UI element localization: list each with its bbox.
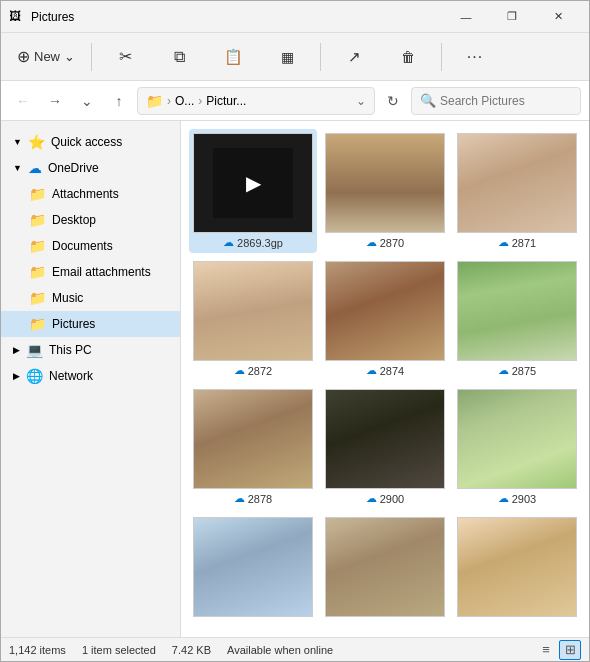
photo-item-2870[interactable]: ☁ 2870 bbox=[321, 129, 449, 253]
recent-locations-button[interactable]: ⌄ bbox=[73, 87, 101, 115]
share-icon: ↗ bbox=[348, 48, 361, 66]
photo-label-2870: ☁ 2870 bbox=[366, 236, 404, 249]
refresh-button[interactable]: ↻ bbox=[379, 87, 407, 115]
sidebar-item-onedrive[interactable]: ▼ ☁ OneDrive bbox=[1, 155, 180, 181]
address-bar: ← → ⌄ ↑ 📁 › O... › Pictur... ⌄ ↻ 🔍 bbox=[1, 81, 589, 121]
window-title: Pictures bbox=[31, 10, 443, 24]
sidebar-label-music: Music bbox=[52, 291, 83, 305]
search-box[interactable]: 🔍 bbox=[411, 87, 581, 115]
more-icon: ··· bbox=[467, 48, 483, 66]
toolbar-separator-3 bbox=[441, 43, 442, 71]
toolbar-separator-1 bbox=[91, 43, 92, 71]
photo-item-2869[interactable]: ▶ ☁ 2869.3gp bbox=[189, 129, 317, 253]
sidebar-label-documents: Documents bbox=[52, 239, 113, 253]
photo-label-2872: ☁ 2872 bbox=[234, 364, 272, 377]
new-button[interactable]: ⊕ New ⌄ bbox=[9, 37, 83, 77]
delete-button[interactable]: 🗑 bbox=[383, 37, 433, 77]
cloud-icon-2875: ☁ bbox=[498, 364, 509, 377]
new-icon: ⊕ bbox=[17, 47, 30, 66]
photo-item-p2[interactable]: ☁ bbox=[321, 513, 449, 637]
maximize-button[interactable]: ❐ bbox=[489, 1, 535, 33]
sidebar-item-music[interactable]: 📁 Music bbox=[1, 285, 180, 311]
pictures-folder-icon: 📁 bbox=[29, 316, 46, 332]
music-folder-icon: 📁 bbox=[29, 290, 46, 306]
up-button[interactable]: ↑ bbox=[105, 87, 133, 115]
search-input[interactable] bbox=[440, 94, 572, 108]
photo-item-2878[interactable]: ☁ 2878 bbox=[189, 385, 317, 509]
selected-count: 1 item selected bbox=[82, 644, 156, 656]
window-icon: 🖼 bbox=[9, 9, 25, 25]
photo-item-2875[interactable]: ☁ 2875 bbox=[453, 257, 581, 381]
cloud-icon-2869: ☁ bbox=[223, 236, 234, 249]
sidebar-label-desktop: Desktop bbox=[52, 213, 96, 227]
photo-label-2874: ☁ 2874 bbox=[366, 364, 404, 377]
cloud-icon-2903: ☁ bbox=[498, 492, 509, 505]
sidebar-label-this-pc: This PC bbox=[49, 343, 92, 357]
grid-view-button[interactable]: ⊞ bbox=[559, 640, 581, 660]
sidebar-item-documents[interactable]: 📁 Documents bbox=[1, 233, 180, 259]
sidebar-item-desktop[interactable]: 📁 Desktop bbox=[1, 207, 180, 233]
attachments-folder-icon: 📁 bbox=[29, 186, 46, 202]
photo-grid: ▶ ☁ 2869.3gp ☁ 2870 bbox=[189, 129, 581, 637]
sidebar-item-network[interactable]: ▶ 🌐 Network bbox=[1, 363, 180, 389]
content-area: ▶ ☁ 2869.3gp ☁ 2870 bbox=[181, 121, 589, 637]
sidebar-label-onedrive: OneDrive bbox=[48, 161, 99, 175]
this-pc-icon: 💻 bbox=[26, 342, 43, 358]
photo-item-2872[interactable]: ☁ 2872 bbox=[189, 257, 317, 381]
sidebar-item-attachments[interactable]: 📁 Attachments bbox=[1, 181, 180, 207]
cloud-icon-2900: ☁ bbox=[366, 492, 377, 505]
path-folder-icon: 📁 bbox=[146, 93, 163, 109]
photo-label-p3: ☁ bbox=[512, 620, 523, 633]
delete-icon: 🗑 bbox=[401, 49, 415, 65]
address-path[interactable]: 📁 › O... › Pictur... ⌄ bbox=[137, 87, 375, 115]
paste-icon: 📋 bbox=[224, 48, 243, 66]
sidebar-item-email-attachments[interactable]: 📁 Email attachments bbox=[1, 259, 180, 285]
sidebar-label-quick-access: Quick access bbox=[51, 135, 122, 149]
photo-item-2903[interactable]: ☁ 2903 bbox=[453, 385, 581, 509]
photo-item-p1[interactable]: ☁ bbox=[189, 513, 317, 637]
photo-label-p1: ☁ bbox=[248, 620, 259, 633]
sidebar-item-this-pc[interactable]: ▶ 💻 This PC bbox=[1, 337, 180, 363]
path-part-2: Pictur... bbox=[206, 94, 246, 108]
sidebar-label-pictures: Pictures bbox=[52, 317, 95, 331]
photo-label-2871: ☁ 2871 bbox=[498, 236, 536, 249]
sidebar-item-pictures[interactable]: 📁 Pictures bbox=[1, 311, 180, 337]
photo-item-p3[interactable]: ☁ bbox=[453, 513, 581, 637]
forward-button[interactable]: → bbox=[41, 87, 69, 115]
new-label: New bbox=[34, 49, 60, 64]
search-icon: 🔍 bbox=[420, 93, 436, 108]
cloud-icon-2870: ☁ bbox=[366, 236, 377, 249]
copy-button[interactable]: ⧉ bbox=[154, 37, 204, 77]
window-controls: — ❐ ✕ bbox=[443, 1, 581, 33]
photo-item-2871[interactable]: ☁ 2871 bbox=[453, 129, 581, 253]
cut-button[interactable]: ✂ bbox=[100, 37, 150, 77]
sidebar-label-email-attachments: Email attachments bbox=[52, 265, 151, 279]
network-icon: 🌐 bbox=[26, 368, 43, 384]
onedrive-expand-icon: ▼ bbox=[13, 163, 22, 173]
minimize-button[interactable]: — bbox=[443, 1, 489, 33]
photo-item-2874[interactable]: ☁ 2874 bbox=[321, 257, 449, 381]
photo-label-2869: ☁ 2869.3gp bbox=[223, 236, 283, 249]
photo-item-2900[interactable]: ☁ 2900 bbox=[321, 385, 449, 509]
cloud-icon-2871: ☁ bbox=[498, 236, 509, 249]
close-button[interactable]: ✕ bbox=[535, 1, 581, 33]
quick-access-expand-icon: ▼ bbox=[13, 137, 22, 147]
photo-label-2878: ☁ 2878 bbox=[234, 492, 272, 505]
photo-label-p2: ☁ bbox=[380, 620, 391, 633]
list-view-button[interactable]: ≡ bbox=[535, 640, 557, 660]
share-button[interactable]: ↗ bbox=[329, 37, 379, 77]
file-size: 7.42 KB bbox=[172, 644, 211, 656]
thispc-expand-icon: ▶ bbox=[13, 345, 20, 355]
cloud-icon-2874: ☁ bbox=[366, 364, 377, 377]
quick-access-icon: ⭐ bbox=[28, 134, 45, 150]
main-area: ▼ ⭐ Quick access ▼ ☁ OneDrive 📁 Attachme… bbox=[1, 121, 589, 637]
sidebar-label-attachments: Attachments bbox=[52, 187, 119, 201]
sidebar-item-quick-access[interactable]: ▼ ⭐ Quick access bbox=[1, 129, 180, 155]
rename-button[interactable]: ▦ bbox=[262, 37, 312, 77]
sidebar-label-network: Network bbox=[49, 369, 93, 383]
path-dropdown-icon: ⌄ bbox=[356, 94, 366, 108]
toolbar-separator-2 bbox=[320, 43, 321, 71]
paste-button[interactable]: 📋 bbox=[208, 37, 258, 77]
more-options-button[interactable]: ··· bbox=[450, 37, 500, 77]
back-button[interactable]: ← bbox=[9, 87, 37, 115]
